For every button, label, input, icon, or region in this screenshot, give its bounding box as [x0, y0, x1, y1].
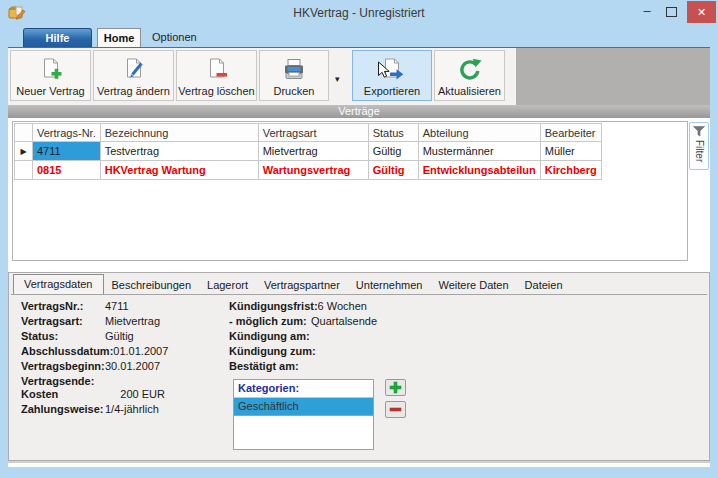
grid-header-row: Vertrags-Nr. Bezeichnung Vertragsart Sta… [15, 124, 602, 142]
field-label: - möglich zum: [229, 315, 311, 327]
field-label: Bestätigt am: [229, 360, 311, 372]
filter-icon [693, 126, 705, 139]
exportieren-button[interactable]: Exportieren [352, 50, 432, 101]
document-delete-icon [204, 55, 230, 85]
filter-button-label: Filter [694, 140, 705, 162]
field-value: 01.01.2007 [113, 345, 168, 357]
field-value: Mietvertrag [105, 315, 160, 327]
detail-tabstrip: Vertragsdaten Beschreibungen Lagerort Ve… [13, 275, 571, 294]
column-header[interactable]: Vertrags-Nr. [33, 124, 101, 142]
tab-vertragspartner[interactable]: Vertragspartner [256, 276, 348, 294]
button-label: Drucken [274, 85, 315, 97]
group-caption: Verträge [8, 105, 710, 118]
tab-dateien[interactable]: Dateien [517, 276, 571, 294]
field-label: Vertragsende: [21, 375, 105, 387]
vertrag-loeschen-button[interactable]: Vertrag löschen [176, 50, 257, 101]
tab-home[interactable]: Home [97, 28, 141, 47]
neuer-vertrag-button[interactable]: Neuer Vertrag [10, 50, 91, 101]
tab-lagerort[interactable]: Lagerort [199, 276, 256, 294]
grid-cell[interactable]: 0815 [33, 161, 101, 180]
tab-beschreibungen[interactable]: Beschreibungen [104, 276, 200, 294]
selector-column-header [15, 124, 33, 142]
grid-cell[interactable]: Wartungsvertrag [258, 161, 368, 180]
field-kuendigungsfrist: Kündigungsfrist:6 Wochen [229, 300, 367, 314]
field-value: Quartalsende [311, 315, 377, 327]
tab-hilfe[interactable]: Hilfe [23, 28, 92, 47]
grid-cell[interactable]: Entwicklungsabteilun [418, 161, 540, 180]
grid-cell[interactable]: Mustermänner [418, 142, 540, 161]
field-kuendigung-zum: Kündigung zum: [229, 345, 316, 359]
tab-vertragsdaten[interactable]: Vertragsdaten [13, 274, 104, 294]
kategorien-listbox: Kategorien: Geschäftlich [233, 379, 374, 450]
field-label: Abschlussdatum: [21, 345, 113, 357]
grid-cell[interactable]: Müller [540, 142, 601, 161]
tab-unternehmen[interactable]: Unternehmen [348, 276, 431, 294]
mouse-cursor-icon [377, 61, 393, 81]
column-header[interactable]: Status [368, 124, 418, 142]
field-label: Zahlungsweise: [21, 403, 105, 415]
grid-cell[interactable]: Gültig [368, 161, 418, 180]
tab-weitere-daten[interactable]: Weitere Daten [430, 276, 516, 294]
minimize-button[interactable]: – [636, 2, 658, 22]
contracts-grid: Vertrags-Nr. Bezeichnung Vertragsart Sta… [12, 121, 688, 261]
field-label: Kündigung zum: [229, 345, 316, 357]
minus-icon [389, 406, 402, 413]
grid-cell[interactable]: Mietvertrag [258, 142, 368, 161]
app-window: HKVertrag - Unregistriert – ✕ Hilfe Home… [0, 0, 718, 478]
field-label: Status: [21, 330, 105, 342]
column-header[interactable]: Bearbeiter [540, 124, 601, 142]
tab-optionen[interactable]: Optionen [152, 31, 197, 43]
detail-panel: Vertragsdaten Beschreibungen Lagerort Ve… [8, 272, 710, 461]
field-label: Kündigungsfrist: [229, 300, 318, 312]
vertrag-aendern-button[interactable]: Vertrag ändern [93, 50, 174, 101]
kategorie-remove-button[interactable] [385, 401, 406, 418]
title-bar: HKVertrag - Unregistriert – ✕ [0, 0, 718, 26]
grid-cell[interactable]: Testvertrag [100, 142, 258, 161]
printer-icon [281, 55, 307, 85]
field-label: Vertragsbeginn: [21, 360, 105, 372]
document-add-icon [38, 55, 64, 85]
list-item[interactable]: Geschäftlich [234, 398, 373, 416]
maximize-button[interactable] [660, 2, 682, 22]
column-header[interactable]: Vertragsart [258, 124, 368, 142]
field-value: 4711 [105, 300, 129, 312]
column-header[interactable]: Bezeichnung [100, 124, 258, 142]
grid-area: Vertrags-Nr. Bezeichnung Vertragsart Sta… [8, 118, 710, 270]
field-moeglich-zum: - möglich zum:Quartalsende [229, 315, 377, 329]
row-selector-arrow[interactable]: ▶ [15, 142, 33, 161]
refresh-icon [457, 55, 483, 85]
grid-cell[interactable]: Kirchberg [540, 161, 601, 180]
grid-cell[interactable]: 4711 [33, 142, 101, 161]
field-label: Vertragsart: [21, 315, 105, 327]
field-value: 30.01.2007 [105, 360, 160, 372]
column-header[interactable]: Abteilung [418, 124, 540, 142]
field-bestaetigt-am: Bestätigt am: [229, 360, 311, 374]
field-status: Status:Gültig [21, 330, 134, 344]
field-vertragsbeginn: Vertragsbeginn:30.01.2007 [21, 360, 160, 374]
field-kosten: Kosten200 EUR [21, 388, 165, 402]
field-vertragsart: Vertragsart:Mietvertrag [21, 315, 160, 329]
field-zahlungsweise: Zahlungsweise:1/4-jährlich [21, 403, 159, 417]
window-title: HKVertrag - Unregistriert [0, 6, 718, 20]
field-value: 200 EUR [107, 388, 165, 400]
drucken-button[interactable]: Drucken [259, 50, 329, 101]
table-row[interactable]: 0815 HKVertrag Wartung Wartungsvertrag G… [15, 161, 602, 180]
close-button[interactable]: ✕ [687, 1, 716, 23]
field-label: VertragsNr.: [21, 300, 105, 312]
row-selector-cell[interactable] [15, 161, 33, 180]
field-vertragsende: Vertragsende: [21, 375, 105, 389]
button-label: Neuer Vertrag [16, 85, 84, 97]
drucken-dropdown-arrow[interactable]: ▾ [335, 74, 340, 84]
kategorien-header: Kategorien: [234, 380, 373, 398]
field-abschlussdatum: Abschlussdatum:01.01.2007 [21, 345, 168, 359]
ribbon-toolbar: Neuer Vertrag Vertrag ändern [8, 47, 710, 105]
button-label: Vertrag ändern [97, 85, 170, 97]
table-row[interactable]: ▶ 4711 Testvertrag Mietvertrag Gültig Mu… [15, 142, 602, 161]
filter-button[interactable]: Filter [689, 122, 709, 170]
grid-cell[interactable]: Gültig [368, 142, 418, 161]
field-label: Kündigung am: [229, 330, 311, 342]
field-value: 6 Wochen [318, 300, 367, 312]
aktualisieren-button[interactable]: Aktualisieren [434, 50, 505, 101]
grid-cell[interactable]: HKVertrag Wartung [100, 161, 258, 180]
kategorie-add-button[interactable] [385, 379, 406, 396]
